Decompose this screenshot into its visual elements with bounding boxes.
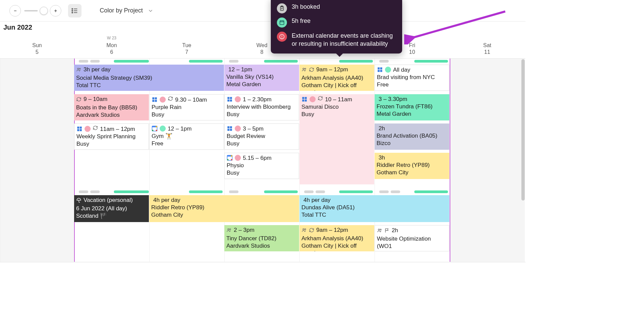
svg-point-16 (77, 68, 79, 69)
gcal-icon (227, 155, 233, 161)
svg-rect-24 (152, 97, 154, 99)
svg-rect-29 (230, 97, 232, 99)
event-budget[interactable]: 3 – 5pmBudget ReviewBusy (224, 123, 299, 150)
event-ft[interactable]: 3 – 3.30pmFrozen Tundra (FT86)Metal Gard… (375, 94, 449, 120)
avail-bar (189, 60, 223, 63)
status-dot (235, 126, 241, 132)
event-brad[interactable]: All dayBrad visiting from NYCFree (375, 65, 449, 91)
status-dot (85, 126, 91, 132)
svg-rect-32 (302, 97, 304, 99)
day-header-tue[interactable]: Tue7 (149, 34, 224, 58)
svg-rect-36 (77, 127, 79, 129)
svg-rect-8 (280, 21, 284, 25)
event-vs[interactable]: 12 – 1pmVanilla Sky (VS14)Metal Garden (224, 65, 299, 91)
zoom-out-button[interactable]: − (9, 5, 21, 16)
repeat-icon (93, 125, 98, 133)
col-sat[interactable] (450, 59, 525, 262)
avail-bar (90, 190, 100, 193)
event-da[interactable]: 4h per dayDundas Alive (DA51)Total TTC (299, 195, 449, 222)
avail-bar (79, 190, 88, 193)
event-boats[interactable]: 9 – 10amBoats in the Bay (BB58)Aardvark … (74, 94, 149, 120)
event-ba[interactable]: 2hBrand Activation (BA05)Bizco (375, 123, 449, 150)
gcal-icon (152, 126, 158, 132)
repeat-icon (168, 96, 173, 103)
event-gym[interactable]: 12 – 1pmGym 🏋️Free (149, 123, 224, 150)
avail-bar (339, 60, 373, 63)
avail-bar (379, 60, 389, 63)
event-rr-span[interactable]: 4h per dayRiddler Retro (YP89)Gotham Cit… (149, 195, 299, 222)
tooltip-free: 5h free (292, 17, 311, 25)
svg-rect-45 (227, 126, 229, 128)
color-by-dropdown[interactable]: Color by Project (100, 7, 154, 14)
event-td[interactable]: 2 – 3pmTiny Dancer (TD82)Aardvark Studio… (224, 225, 299, 251)
people-icon (226, 227, 232, 235)
event-vacation[interactable]: Vacation (personal)6 Jun 2022 (All day)S… (74, 195, 149, 222)
event-wo[interactable]: 2hWebsite Optimization (WO1Metal Garden (375, 225, 449, 251)
zoom-in-button[interactable]: + (50, 5, 61, 16)
day-header-mon[interactable]: W 23Mon6 (74, 34, 149, 58)
outlook-icon (301, 96, 308, 102)
calendar-grid: 3h per daySocial Media Strategy (SM39)To… (0, 59, 525, 262)
avail-bar (189, 190, 223, 193)
color-by-label: Color by Project (100, 7, 143, 14)
avail-bar (379, 190, 389, 193)
svg-rect-30 (227, 100, 229, 102)
avail-bar (264, 60, 298, 63)
svg-rect-42 (156, 130, 157, 131)
people-icon (76, 67, 82, 74)
svg-point-56 (230, 229, 231, 230)
day-header-sun[interactable]: Sun5 (0, 34, 74, 58)
svg-rect-52 (227, 159, 229, 161)
status-dot (160, 97, 166, 103)
avail-bar (316, 190, 325, 193)
scheduler-app: − + Color by Project Jun 2022 Sun5W 23Mo… (0, 0, 525, 262)
status-dot (235, 96, 241, 102)
svg-point-14 (282, 38, 282, 38)
svg-rect-38 (77, 129, 79, 131)
event-sms[interactable]: 3h per daySocial Media Strategy (SM39)To… (74, 65, 224, 91)
list-view-button[interactable] (68, 4, 82, 17)
svg-rect-22 (378, 70, 380, 72)
svg-rect-46 (230, 126, 232, 128)
svg-rect-28 (227, 97, 229, 99)
status-dot (160, 126, 166, 132)
svg-rect-21 (380, 67, 382, 69)
event-wsp[interactable]: 11am – 12pmWeekly Sprint PlanningBusy (74, 123, 149, 150)
avail-bar (414, 60, 448, 63)
outlook-icon (227, 96, 233, 102)
svg-point-59 (378, 229, 380, 230)
svg-rect-43 (152, 130, 154, 131)
svg-rect-25 (155, 97, 157, 99)
chevron-down-icon (148, 8, 154, 14)
outlook-icon (377, 67, 383, 73)
svg-rect-39 (80, 129, 82, 131)
outlook-icon (152, 97, 158, 103)
col-sun[interactable] (0, 59, 74, 262)
svg-rect-31 (230, 100, 232, 102)
avail-bar (114, 190, 149, 193)
svg-rect-20 (378, 67, 380, 69)
event-physio[interactable]: 5.15 – 6pmPhysioBusy (224, 153, 299, 179)
svg-rect-47 (227, 129, 229, 131)
svg-point-57 (303, 228, 304, 230)
svg-rect-37 (80, 127, 82, 129)
zoom-slider-track[interactable] (24, 10, 38, 11)
scrollbar[interactable] (521, 59, 525, 201)
availability-tooltip: 3h booked 5h free External calendar even… (271, 0, 402, 54)
event-pr[interactable]: 9.30 – 10amPurple RainBusy (149, 94, 224, 120)
avail-bar (114, 60, 149, 63)
svg-rect-44 (156, 126, 157, 128)
tooltip-booked: 3h booked (292, 3, 320, 10)
month-label: Jun 2022 (3, 24, 32, 31)
outlook-icon (227, 126, 233, 132)
event-aa[interactable]: 9am – 12pmArkham Analysis (AA40)Gotham C… (299, 65, 374, 91)
zoom-slider-knob[interactable] (40, 7, 48, 15)
event-rr-fri[interactable]: 3hRiddler Retro (YP89)Gotham City (375, 153, 449, 179)
repeat-icon (309, 227, 314, 235)
busy-block-thu[interactable]: 10 – 11amSamurai DiscoBusy (299, 94, 374, 184)
event-aa-r2[interactable]: 9am – 12pmArkham Analysis (AA40)Gotham C… (299, 225, 374, 251)
outlook-icon (76, 126, 83, 132)
status-dot (235, 155, 241, 161)
people-icon (301, 67, 307, 74)
event-intv[interactable]: 1 – 2.30pmInterview with BloombergBusy (224, 94, 299, 120)
